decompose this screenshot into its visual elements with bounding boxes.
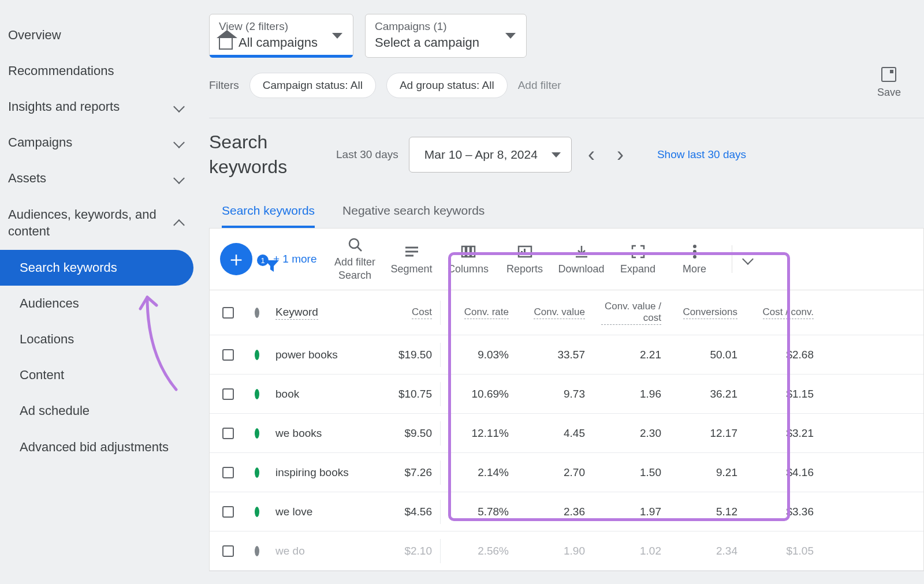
cell-conversions: 5.12 [669, 500, 746, 524]
table-row[interactable]: we do$2.102.56%1.901.022.34$1.05 [210, 531, 923, 571]
tabs: Search keywords Negative search keywords [209, 204, 924, 228]
sidebar-item-audiences-keywords-content[interactable]: Audiences, keywords, and content [0, 196, 199, 250]
view-selector[interactable]: View (2 filters) All campaigns [209, 14, 353, 58]
table-row[interactable]: power books$19.509.03%33.572.2150.01$2.6… [210, 335, 923, 375]
cell-conversions: 12.17 [669, 421, 746, 446]
sidebar-sub-search-keywords[interactable]: Search keywords [0, 250, 193, 286]
table-row[interactable]: book$10.7510.69%9.731.9636.21$1.15 [210, 375, 923, 414]
row-checkbox[interactable] [222, 545, 234, 557]
save-button[interactable]: Save [877, 67, 901, 99]
select-all-checkbox[interactable] [222, 307, 234, 319]
prev-period-button[interactable]: ‹ [582, 143, 601, 167]
caret-down-icon [552, 152, 561, 158]
sidebar-sub-advanced-bid[interactable]: Advanced bid adjustments [0, 429, 199, 466]
sidebar-item-recommendations[interactable]: Recommendations [0, 53, 199, 89]
show-last-30-link[interactable]: Show last 30 days [657, 147, 746, 163]
sidebar-item-label: Recommendations [8, 63, 114, 78]
row-checkbox[interactable] [222, 349, 234, 361]
cell-keyword: power books [267, 343, 371, 367]
next-period-button[interactable]: › [611, 143, 629, 167]
reports-icon [517, 244, 532, 260]
cell-conv-rate: 9.03% [441, 343, 517, 367]
toolbar-label: Download [558, 263, 604, 275]
row-checkbox[interactable] [222, 506, 234, 518]
sidebar-sub-audiences[interactable]: Audiences [0, 286, 199, 321]
scope-selectors: View (2 filters) All campaigns Campaigns… [209, 14, 924, 58]
columns-icon [461, 244, 476, 260]
view-selector-value-row: All campaigns [219, 35, 344, 50]
expand-icon [631, 244, 645, 260]
toolbar-separator [732, 245, 732, 273]
svg-rect-6 [467, 246, 470, 257]
cell-cost-conv: $1.05 [746, 539, 822, 563]
chevron-down-icon [173, 173, 185, 184]
col-conversions[interactable]: Conversions [683, 306, 738, 319]
col-conv-value[interactable]: Conv. value [534, 306, 585, 319]
toolbar-label: Expand [620, 263, 655, 275]
cell-conv-value-cost: 1.50 [593, 461, 669, 485]
sidebar: Overview Recommendations Insights and re… [0, 0, 199, 584]
tab-negative-keywords[interactable]: Negative search keywords [342, 204, 485, 228]
cell-conv-value: 2.36 [517, 500, 593, 524]
keywords-table: Keyword Cost Conv. rate Conv. value Conv… [209, 290, 924, 571]
cell-keyword: inspiring books [267, 461, 371, 485]
table-header-row: Keyword Cost Conv. rate Conv. value Conv… [210, 290, 923, 335]
sidebar-sub-label: Ad schedule [20, 403, 90, 418]
sidebar-sub-locations[interactable]: Locations [0, 321, 199, 357]
col-cost-conv[interactable]: Cost / conv. [763, 306, 814, 319]
campaign-selector-value: Select a campaign [375, 35, 479, 50]
house-icon [219, 38, 233, 50]
status-dot [255, 546, 259, 556]
table-row[interactable]: we love$4.565.78%2.361.975.12$3.36 [210, 492, 923, 531]
toolbar-columns[interactable]: Columns [443, 244, 494, 275]
col-keyword[interactable]: Keyword [275, 306, 318, 320]
filter-chip-campaign-status[interactable]: Campaign status: All [249, 73, 376, 98]
toolbar-download[interactable]: Download [556, 244, 607, 275]
sidebar-sub-content[interactable]: Content [0, 357, 199, 393]
toolbar-label: Add filter [334, 256, 375, 268]
col-conv-rate[interactable]: Conv. rate [464, 306, 509, 319]
add-filter-link[interactable]: Add filter [518, 79, 561, 92]
status-dot [255, 507, 259, 517]
col-conv-value-cost[interactable]: Conv. value / cost [601, 301, 661, 325]
cell-cost-conv: $3.36 [746, 500, 822, 524]
sidebar-sub-ad-schedule[interactable]: Ad schedule [0, 393, 199, 429]
cell-conversions: 9.21 [669, 461, 746, 485]
row-checkbox[interactable] [222, 467, 234, 478]
cell-cost: $4.56 [371, 500, 441, 524]
sidebar-item-insights[interactable]: Insights and reports [0, 89, 199, 125]
row-checkbox[interactable] [222, 388, 234, 400]
sidebar-item-assets[interactable]: Assets [0, 160, 199, 196]
campaign-selector-header: Campaigns (1) [375, 20, 517, 33]
table-row[interactable]: inspiring books$7.262.14%2.701.509.21$4.… [210, 453, 923, 492]
filter-chip-adgroup-status[interactable]: Ad group status: All [386, 73, 508, 98]
status-dot [255, 467, 259, 478]
toolbar-segment[interactable]: Segment [386, 244, 437, 275]
toolbar-label: Segment [390, 263, 432, 275]
sidebar-item-label: Insights and reports [8, 99, 120, 114]
save-label: Save [877, 87, 901, 98]
sidebar-sub-label: Content [20, 368, 64, 382]
collapse-toolbar-button[interactable] [742, 253, 754, 265]
row-checkbox[interactable] [222, 428, 234, 439]
cell-cost: $19.50 [371, 343, 441, 367]
sidebar-item-overview[interactable]: Overview [0, 17, 199, 53]
toolbar-reports[interactable]: Reports [500, 244, 550, 275]
add-keyword-button[interactable]: ＋ [220, 243, 252, 275]
cell-conv-value: 2.70 [517, 461, 593, 485]
toolbar-add-filter[interactable]: Add filter Search [330, 237, 381, 282]
status-dot [255, 389, 259, 399]
cell-conv-value-cost: 1.97 [593, 500, 669, 524]
cell-cost: $9.50 [371, 421, 441, 446]
col-cost[interactable]: Cost [412, 306, 432, 319]
date-range-picker[interactable]: Mar 10 – Apr 8, 2024 [409, 137, 572, 173]
cell-keyword: we love [267, 500, 371, 524]
sidebar-item-campaigns[interactable]: Campaigns [0, 125, 199, 160]
toolbar-more[interactable]: More [669, 244, 720, 275]
tab-search-keywords[interactable]: Search keywords [222, 204, 315, 228]
toolbar-expand[interactable]: Expand [613, 244, 664, 275]
cell-cost-conv: $1.15 [746, 382, 822, 406]
table-row[interactable]: we books$9.5012.11%4.452.3012.17$3.21 [210, 414, 923, 453]
status-dot [255, 428, 259, 439]
campaign-selector[interactable]: Campaigns (1) Select a campaign [365, 14, 527, 58]
